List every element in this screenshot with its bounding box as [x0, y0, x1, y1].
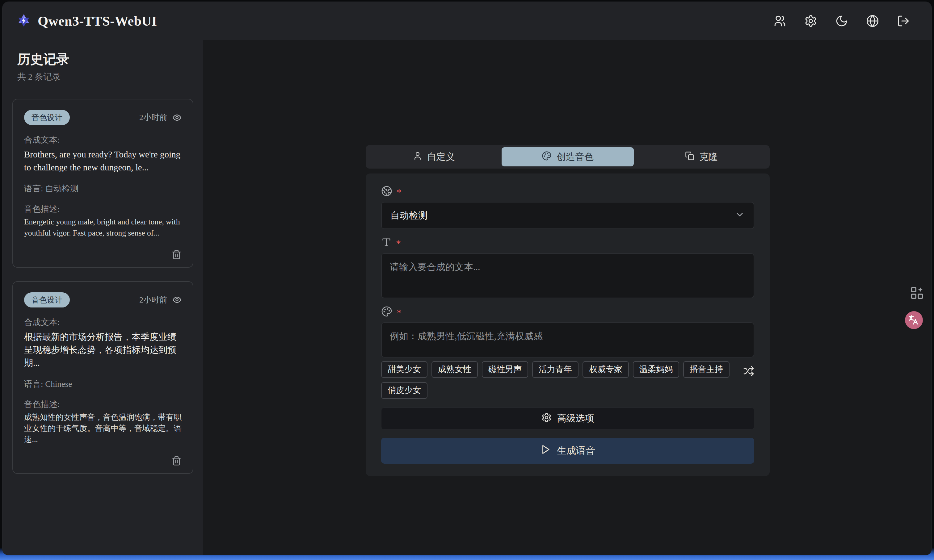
language-field-label: *	[381, 186, 754, 198]
chevron-down-icon	[734, 209, 745, 222]
voice-desc-label: 音色描述:	[24, 399, 182, 410]
globe-icon[interactable]	[866, 14, 879, 28]
generate-speech-label: 生成语音	[557, 444, 595, 457]
tab-custom[interactable]: 自定义	[368, 147, 500, 166]
qr-sparkle-icon[interactable]	[910, 286, 924, 300]
tab-label: 自定义	[427, 151, 455, 163]
record-voice-description: 成熟知性的女性声音，音色温润饱满，带有职业女性的干练气质。音高中等，音域稳定。语…	[24, 412, 182, 445]
voice-desc-label: 音色描述:	[24, 203, 182, 215]
trash-icon[interactable]	[171, 249, 182, 260]
app-window: Qwen3-TTS-WebUI 历史记录 共 2 条记录 音色设计	[3, 2, 931, 555]
moon-icon[interactable]	[835, 14, 848, 28]
history-card[interactable]: 音色设计 2小时前 合成文本: 根据最新的市场分析报告，本季度业绩呈现稳步增长态…	[12, 281, 193, 474]
record-time: 2小时前	[139, 294, 167, 305]
synthesis-text-input[interactable]	[381, 253, 754, 298]
required-marker: *	[396, 238, 401, 249]
preset-tag[interactable]: 温柔妈妈	[633, 361, 679, 378]
record-time: 2小时前	[139, 112, 167, 123]
tab-create-voice[interactable]: 创造音色	[502, 147, 633, 166]
text-field-label: *	[381, 237, 754, 249]
shuffle-icon[interactable]	[743, 366, 754, 377]
users-icon[interactable]	[774, 14, 786, 28]
app-logo-icon	[17, 13, 31, 29]
generate-speech-button[interactable]: 生成语音	[381, 438, 754, 464]
app-title: Qwen3-TTS-WebUI	[38, 13, 157, 29]
eye-icon[interactable]	[173, 113, 182, 122]
main-area: 自定义 创造音色 克隆 *	[203, 40, 931, 555]
required-marker: *	[396, 308, 402, 318]
user-icon	[413, 151, 422, 163]
tab-clone[interactable]: 克隆	[636, 147, 768, 166]
preset-tag[interactable]: 权威专家	[583, 361, 629, 378]
history-card[interactable]: 音色设计 2小时前 合成文本: Brothers, are you ready?…	[12, 99, 193, 268]
voice-description-input[interactable]	[381, 322, 754, 357]
voice-desc-field-label: *	[381, 306, 754, 318]
trash-icon[interactable]	[171, 455, 182, 466]
sidebar-title: 历史记录	[17, 51, 193, 68]
record-count: 共 2 条记录	[17, 71, 193, 83]
record-language: 语言: Chinese	[24, 378, 182, 389]
logout-icon[interactable]	[897, 14, 910, 28]
record-language: 语言: 自动检测	[24, 183, 182, 194]
record-text: Brothers, are you ready? Today we're goi…	[24, 148, 182, 174]
required-marker: *	[396, 188, 402, 197]
preset-tags-row: 甜美少女 成熟女性 磁性男声 活力青年 权威专家 温柔妈妈 播音主持 俏皮少女	[381, 361, 754, 399]
eye-icon[interactable]	[173, 295, 182, 305]
preset-tag[interactable]: 播音主持	[683, 361, 729, 378]
play-icon	[540, 444, 551, 457]
text-label: 合成文本:	[24, 317, 182, 328]
earth-icon	[381, 186, 392, 198]
record-type-badge: 音色设计	[24, 292, 70, 308]
brand: Qwen3-TTS-WebUI	[17, 13, 157, 29]
language-select[interactable]: 自动检测	[381, 202, 754, 229]
tab-label: 创造音色	[556, 151, 593, 163]
advanced-options-button[interactable]: 高级选项	[381, 408, 754, 430]
create-voice-panel: * 自动检测 * *	[366, 174, 770, 476]
preset-tags: 甜美少女 成熟女性 磁性男声 活力青年 权威专家 温柔妈妈 播音主持 俏皮少女	[381, 361, 733, 399]
header-actions	[774, 14, 910, 28]
preset-tag[interactable]: 甜美少女	[381, 361, 427, 378]
preset-tag[interactable]: 成熟女性	[432, 361, 478, 378]
mode-tabs: 自定义 创造音色 克隆	[366, 145, 770, 169]
record-voice-description: Energetic young male, bright and clear t…	[24, 216, 182, 238]
type-icon	[381, 237, 391, 249]
history-sidebar: 历史记录 共 2 条记录 音色设计 2小时前 合成文本: Brothers, a…	[3, 40, 203, 555]
record-type-badge: 音色设计	[24, 110, 70, 125]
gear-icon	[541, 412, 552, 425]
preset-tag[interactable]: 活力青年	[532, 361, 578, 378]
preset-tag[interactable]: 俏皮少女	[381, 382, 427, 399]
app-header: Qwen3-TTS-WebUI	[3, 2, 931, 40]
text-label: 合成文本:	[24, 134, 182, 145]
preset-tag[interactable]: 磁性男声	[482, 361, 528, 378]
palette-icon	[542, 151, 552, 163]
language-select-value: 自动检测	[390, 209, 427, 222]
settings-icon[interactable]	[804, 14, 817, 28]
advanced-options-label: 高级选项	[557, 412, 594, 425]
tab-label: 克隆	[699, 151, 718, 163]
copy-icon	[685, 151, 694, 163]
translate-icon[interactable]	[905, 311, 923, 329]
palette-icon	[381, 306, 392, 318]
record-text: 根据最新的市场分析报告，本季度业绩呈现稳步增长态势，各项指标均达到预期...	[24, 330, 182, 369]
